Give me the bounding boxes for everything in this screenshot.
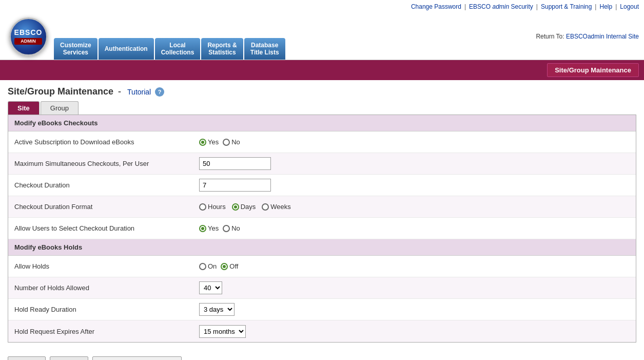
form-row-allow-select: Allow Users to Select Checkout Duration … [8,218,636,239]
active-sub-yes-label: Yes [208,138,219,146]
submit-button[interactable]: Submit [8,356,46,360]
nav-tab-authentication[interactable]: Authentication [99,38,154,60]
nav-tabs: Customize Services Authentication Local … [51,13,286,60]
allow-select-yes-radio[interactable] [199,225,206,232]
checkout-duration-input[interactable] [199,179,271,192]
checkout-duration-control [199,179,271,192]
active-sub-yes-radio[interactable] [199,139,206,146]
active-subscription-label: Active Subscription to Download eBooks [14,138,199,146]
tab-site[interactable]: Site [8,101,40,115]
active-subscription-control: Yes No [199,138,240,146]
format-days-label: Days [241,203,256,211]
format-hours-label: Hours [208,203,226,211]
allow-select-label: Allow Users to Select Checkout Duration [14,224,199,232]
hold-expires-control: 3 months 6 months 9 months 12 months 15 … [199,325,246,338]
button-bar: Submit Cancel Reset To Default Setting [0,350,644,360]
active-sub-no-radio[interactable] [223,139,230,146]
hold-ready-label: Hold Ready Duration [14,306,199,313]
active-sub-yes-option[interactable]: Yes [199,138,219,146]
logo-admin-text: ADMIN [14,38,43,45]
allow-holds-on-option[interactable]: On [199,262,217,270]
allow-holds-label: Allow Holds [14,262,199,270]
help-link[interactable]: Help [599,3,612,10]
active-sub-no-option[interactable]: No [223,138,240,146]
checkout-format-control: Hours Days Weeks [199,203,291,211]
checkout-format-label: Checkout Duration Format [14,203,199,211]
sep4: | [615,3,617,10]
format-weeks-label: Weeks [270,203,291,211]
allow-select-yes-label: Yes [208,224,219,232]
allow-holds-control: On Off [199,262,238,270]
change-password-link[interactable]: Change Password [411,3,461,10]
page-title: Site/Group Maintenance - [8,86,123,97]
cancel-button[interactable]: Cancel [50,356,88,360]
format-days-radio[interactable] [232,203,239,211]
site-group-maintenance-breadcrumb-btn[interactable]: Site/Group Maintenance [547,63,639,77]
logo-inner: EBSCO ADMIN [14,28,43,45]
allow-holds-on-label: On [208,262,217,270]
form-row-active-subscription: Active Subscription to Download eBooks Y… [8,131,636,153]
breadcrumb-bar: Site/Group Maintenance [0,60,644,80]
logo-ebsco-text: EBSCO [14,28,43,37]
allow-select-no-label: No [231,224,240,232]
allow-holds-off-radio[interactable] [221,263,228,270]
form-row-hold-expires: Hold Request Expires After 3 months 6 mo… [8,320,636,342]
hold-expires-select[interactable]: 3 months 6 months 9 months 12 months 15 … [199,325,246,338]
hold-ready-select[interactable]: 1 day 2 days 3 days 5 days 7 days [199,303,235,316]
form-row-allow-holds: Allow Holds On Off [8,256,636,277]
form-row-checkout-format: Checkout Duration Format Hours Days Week… [8,196,636,218]
page-title-dash: - [118,86,121,97]
logo-container: EBSCO ADMIN [5,13,51,60]
ebsco-admin-security-link[interactable]: EBSCO admin Security [469,3,533,10]
tab-group[interactable]: Group [41,101,79,115]
reset-button[interactable]: Reset To Default Setting [92,356,182,360]
max-simultaneous-input[interactable] [199,157,271,170]
number-holds-select[interactable]: 10 20 30 40 50 [199,281,222,294]
top-bar: Change Password | EBSCO admin Security |… [0,0,644,13]
format-hours-option[interactable]: Hours [199,203,226,211]
max-simultaneous-control [199,157,271,170]
nav-tab-customize[interactable]: Customize Services [54,38,97,60]
form-row-max-simultaneous: Maximum Simultaneous Checkouts, Per User [8,153,636,175]
sep3: | [595,3,596,10]
return-label: Return To: [536,33,564,40]
page-title-area: Site/Group Maintenance - Tutorial ? [0,80,644,101]
format-weeks-radio[interactable] [262,203,269,211]
sep2: | [536,3,538,10]
return-bar-inline: Return To: EBSCOadmin Internal Site [286,33,644,40]
allow-select-no-radio[interactable] [223,225,230,232]
allow-holds-off-option[interactable]: Off [221,262,238,270]
number-holds-control: 10 20 30 40 50 [199,281,222,294]
format-hours-radio[interactable] [199,203,206,211]
checkouts-section-header: Modify eBooks Checkouts [8,115,636,131]
logout-link[interactable]: Logout [620,3,639,10]
format-days-option[interactable]: Days [232,203,256,211]
header: EBSCO ADMIN Customize Services Authentic… [0,13,644,60]
allow-select-yes-option[interactable]: Yes [199,224,219,232]
form-row-number-holds: Number of Holds Allowed 10 20 30 40 50 [8,277,636,299]
hold-expires-label: Hold Request Expires After [14,328,199,335]
checkout-duration-label: Checkout Duration [14,181,199,189]
max-simultaneous-label: Maximum Simultaneous Checkouts, Per User [14,160,199,167]
format-weeks-option[interactable]: Weeks [262,203,291,211]
tab-bar: Site Group [0,101,644,115]
help-icon[interactable]: ? [155,87,164,97]
main-content: Modify eBooks Checkouts Active Subscript… [8,115,636,343]
holds-section-header: Modify eBooks Holds [8,239,636,256]
form-row-hold-ready: Hold Ready Duration 1 day 2 days 3 days … [8,299,636,320]
hold-ready-control: 1 day 2 days 3 days 5 days 7 days [199,303,235,316]
nav-tab-local-collections[interactable]: Local Collections [155,38,201,60]
return-link[interactable]: EBSCOadmin Internal Site [566,33,639,40]
nav-tab-database[interactable]: Database Title Lists [244,38,285,60]
number-holds-label: Number of Holds Allowed [14,284,199,292]
nav-tab-reports[interactable]: Reports & Statistics [201,38,243,60]
form-row-checkout-duration: Checkout Duration [8,175,636,196]
support-link[interactable]: Support & Training [541,3,592,10]
tutorial-link[interactable]: Tutorial [127,88,151,96]
allow-holds-off-label: Off [229,262,238,270]
allow-select-control: Yes No [199,224,240,232]
active-sub-no-label: No [231,138,240,146]
allow-select-no-option[interactable]: No [223,224,240,232]
allow-holds-on-radio[interactable] [199,263,206,270]
logo: EBSCO ADMIN [9,17,48,56]
